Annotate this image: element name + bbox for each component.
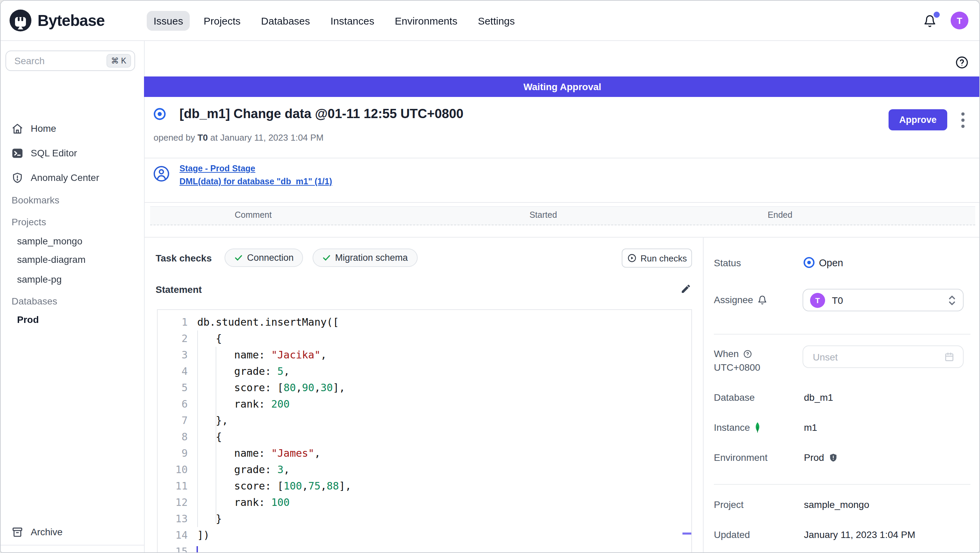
code-line[interactable]: 8 { (158, 429, 691, 445)
line-number: 13 (158, 511, 188, 527)
line-number: 5 (158, 379, 188, 396)
line-number: 8 (158, 429, 188, 445)
sidebar-item-home[interactable]: Home (1, 119, 144, 138)
user-circle-icon (153, 165, 170, 182)
notification-bell-button[interactable] (923, 14, 939, 29)
home-icon (11, 123, 23, 134)
code-line[interactable]: 4 grade: 5, (158, 363, 691, 379)
details-divider (714, 484, 970, 485)
check-pill-label: Connection (247, 253, 294, 263)
environment-label: Environment (714, 452, 767, 463)
chevron-up-down-icon (948, 295, 956, 306)
bytebase-logo[interactable]: Bytebase (9, 8, 105, 33)
code-line[interactable]: 1db.student.insertMany([ (158, 314, 691, 330)
task-link[interactable]: DML(data) for database "db_m1" (1/1) (180, 177, 332, 186)
sidebar-item-label: Archive (31, 526, 62, 537)
instance-label: Instance (714, 422, 761, 433)
terminal-icon (11, 147, 23, 159)
sidebar-project-sample-mongo[interactable]: sample_mongo (17, 236, 82, 247)
line-content: rank: 100 (197, 494, 290, 511)
when-datetime-input[interactable] (803, 346, 964, 368)
line-content: { (197, 429, 222, 445)
help-icon[interactable] (955, 56, 969, 69)
when-timezone: UTC+0800 (714, 362, 760, 373)
code-line[interactable]: 6 rank: 200 (158, 396, 691, 412)
check-pill-connection[interactable]: Connection (224, 249, 303, 267)
line-number: 1 (158, 314, 188, 330)
brand-wordmark: Bytebase (38, 11, 105, 30)
bytebase-logo-icon (9, 9, 32, 32)
code-line[interactable]: 2 { (158, 330, 691, 347)
code-line[interactable]: 11 score: [100,75,88], (158, 478, 691, 494)
database-value[interactable]: db_m1 (804, 392, 833, 403)
check-icon (234, 253, 243, 262)
line-number: 12 (158, 494, 188, 511)
search-shortcut-kbd: ⌘ K (106, 54, 131, 68)
nav-item-databases[interactable]: Databases (254, 11, 317, 30)
sidebar-project-sample-diagram[interactable]: sample-diagram (17, 254, 86, 265)
updated-value: January 11, 2023 1:04 PM (804, 529, 915, 540)
check-pill-migration-schema[interactable]: Migration schema (313, 249, 417, 267)
database-label: Database (714, 392, 755, 403)
code-line[interactable]: 5 score: [80,90,30], (158, 379, 691, 396)
sidebar-database-prod[interactable]: Prod (17, 314, 39, 325)
sidebar-section-databases: Databases (11, 296, 57, 306)
line-content: db.student.insertMany([ (197, 314, 339, 330)
code-line[interactable]: 15 (158, 543, 691, 553)
assignee-label: Assignee (714, 294, 767, 305)
editor-caret (197, 546, 198, 553)
run-checks-button[interactable]: Run checks (622, 249, 692, 268)
project-value[interactable]: sample_mongo (804, 499, 869, 510)
issue-opener[interactable]: T0 (197, 132, 208, 143)
code-line[interactable]: 13 } (158, 511, 691, 527)
code-line[interactable]: 10 grade: 3, (158, 462, 691, 478)
code-line[interactable]: 12 rank: 100 (158, 494, 691, 511)
nav-item-settings[interactable]: Settings (471, 11, 522, 30)
sidebar-item-anomaly-center[interactable]: Anomaly Center (1, 168, 144, 187)
environment-value[interactable]: Prod (804, 452, 838, 463)
task-checks-label: Task checks (156, 253, 212, 263)
app-window: Bytebase Issues Projects Databases Insta… (0, 0, 980, 553)
line-number: 7 (158, 412, 188, 429)
code-line[interactable]: 14]) (158, 527, 691, 543)
assignee-select[interactable]: T T0 (803, 289, 964, 311)
code-line[interactable]: 9 name: "James", (158, 445, 691, 462)
sidebar-footer-divider (1, 545, 144, 545)
line-content: } (197, 511, 222, 527)
sidebar-item-archive[interactable]: Archive (1, 522, 144, 542)
code-line[interactable]: 3 name: "Jacika", (158, 347, 691, 363)
nav-item-environments[interactable]: Environments (388, 11, 464, 30)
sidebar-project-sample-pg[interactable]: sample-pg (17, 274, 62, 285)
nav-item-issues[interactable]: Issues (147, 11, 190, 30)
calendar-icon (944, 351, 955, 362)
nav-item-instances[interactable]: Instances (324, 11, 381, 30)
sidebar-item-sql-editor[interactable]: SQL Editor (1, 143, 144, 163)
edit-pencil-icon[interactable] (680, 283, 691, 294)
when-input-field[interactable] (811, 351, 939, 363)
nav-item-projects[interactable]: Projects (197, 11, 247, 30)
line-content: }, (197, 412, 228, 429)
section-divider (144, 237, 980, 237)
line-content: { (197, 330, 222, 347)
line-number: 15 (158, 543, 188, 553)
search-box[interactable]: ⌘ K (5, 51, 135, 71)
notification-dot (934, 11, 940, 18)
search-input[interactable] (13, 55, 106, 67)
stage-link[interactable]: Stage - Prod Stage (180, 164, 255, 174)
line-number: 2 (158, 330, 188, 347)
user-avatar[interactable]: T (951, 11, 969, 29)
statement-code-editor[interactable]: 1db.student.insertMany([2 {3 name: "Jaci… (157, 309, 692, 553)
line-number: 11 (158, 478, 188, 494)
stage-divider (144, 202, 980, 203)
line-content: grade: 3, (197, 462, 290, 478)
updated-label: Updated (714, 529, 750, 540)
more-actions-kebab-icon[interactable] (957, 110, 969, 131)
sidebar: ⌘ K Home SQL Editor (1, 40, 145, 553)
assignee-name: T0 (832, 295, 941, 306)
shield-alert-icon (11, 172, 23, 183)
sidebar-section-projects: Projects (11, 217, 46, 227)
code-line[interactable]: 7 }, (158, 412, 691, 429)
approve-button[interactable]: Approve (889, 109, 947, 131)
instance-value[interactable]: m1 (804, 422, 817, 433)
column-header-comment: Comment (235, 210, 272, 220)
